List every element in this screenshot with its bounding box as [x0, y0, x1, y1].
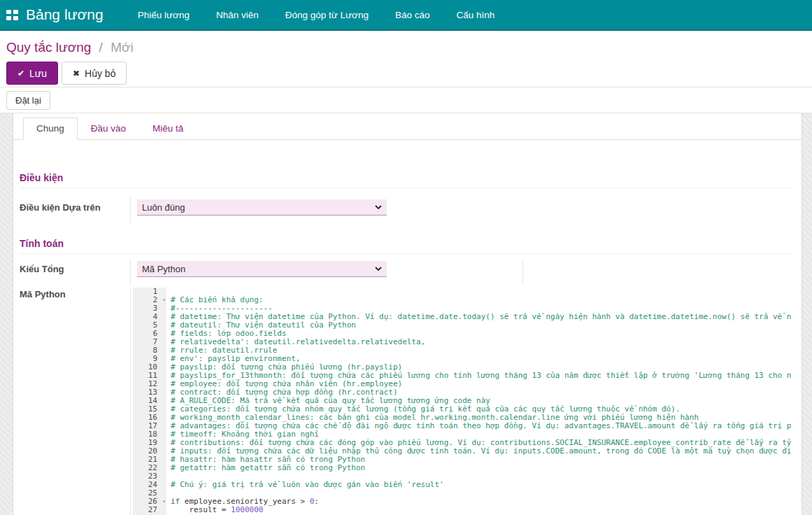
amount-type-select[interactable]: Mã Python: [137, 261, 387, 277]
breadcrumb: Quy tắc lương / Mới: [0, 31, 812, 55]
form-background: Chung Đầu vào Miêu tả Điều kiện Điều kiệ…: [0, 113, 812, 515]
code-line[interactable]: # getattr: hàm getattr sẵn có trong Pyth…: [171, 464, 791, 472]
close-icon: ✖: [73, 69, 80, 78]
chevron-down-icon: [375, 267, 382, 271]
editor-code[interactable]: # Các biến khả dụng:#-------------------…: [166, 288, 791, 515]
top-navbar: Bảng lương Phiếu lương Nhân viên Đóng gó…: [0, 0, 812, 31]
action-button-row: ✔ Lưu ✖ Hủy bỏ: [0, 55, 812, 85]
discard-button[interactable]: ✖ Hủy bỏ: [62, 62, 127, 85]
python-code-row: Mã Python 12▾345678910111213141516171819…: [20, 288, 791, 515]
notebook-tabs: Chung Đầu vào Miêu tả: [13, 113, 802, 140]
gutter-line-number: 3: [133, 304, 166, 313]
editor-gutter: 12▾3456789101112131415161718192021222324…: [133, 288, 166, 515]
amount-type-label: Kiểu Tổng: [20, 259, 130, 285]
nav-item-configuration[interactable]: Cấu hình: [443, 1, 508, 29]
breadcrumb-separator: /: [99, 40, 103, 55]
tab-general[interactable]: Chung: [23, 118, 78, 140]
nav-item-payslips[interactable]: Phiếu lương: [124, 1, 203, 29]
condition-based-on-label: Điều kiện Dựa trên: [20, 197, 130, 223]
reset-button[interactable]: Đặt lại: [6, 91, 50, 110]
fold-arrow-icon[interactable]: ▾: [162, 498, 166, 506]
empty-form-cell: [522, 259, 791, 285]
code-line[interactable]: # Chú ý: giá trị trả về luôn vào được gá…: [171, 481, 791, 489]
nav-item-reports[interactable]: Báo cáo: [382, 1, 443, 29]
gutter-line-number: 2▾: [133, 296, 166, 304]
condition-based-on-value: Luôn đúng: [142, 202, 185, 213]
amount-type-row: Kiểu Tổng Mã Python: [20, 259, 791, 285]
python-code-label: Mã Python: [20, 288, 130, 515]
gutter-line-number: 5: [133, 321, 166, 330]
breadcrumb-parent-link[interactable]: Quy tắc lương: [6, 40, 91, 55]
tab-inputs[interactable]: Đầu vào: [78, 118, 139, 140]
app-title[interactable]: Bảng lương: [26, 6, 104, 23]
discard-button-label: Hủy bỏ: [85, 68, 115, 79]
amount-type-value: Mã Python: [142, 264, 185, 274]
tab-description[interactable]: Miêu tả: [139, 118, 197, 140]
gutter-line-number: 7: [133, 338, 166, 346]
section-title-condition: Điều kiện: [20, 172, 791, 188]
code-line[interactable]: result = 1000000: [171, 506, 791, 514]
code-editor[interactable]: 12▾3456789101112131415161718192021222324…: [130, 288, 791, 515]
gutter-line-number: 1: [133, 288, 166, 296]
code-line[interactable]: if employee.seniority_years > 0:: [171, 498, 791, 506]
fold-arrow-icon[interactable]: ▾: [162, 296, 166, 304]
save-button[interactable]: ✔ Lưu: [6, 62, 58, 85]
breadcrumb-current: Mới: [111, 40, 134, 55]
form-sheet: Chung Đầu vào Miêu tả Điều kiện Điều kiệ…: [13, 113, 802, 515]
apps-grid-icon[interactable]: [6, 10, 18, 20]
gutter-line-number: 8: [133, 346, 166, 355]
condition-based-on-select[interactable]: Luôn đúng: [137, 199, 387, 216]
check-icon: ✔: [17, 69, 24, 78]
save-button-label: Lưu: [29, 68, 47, 79]
condition-based-on-row: Điều kiện Dựa trên Luôn đúng: [20, 197, 791, 223]
gutter-line-number: 6: [133, 330, 166, 338]
code-line[interactable]: [171, 288, 791, 296]
section-title-computation: Tính toán: [20, 238, 791, 254]
chevron-down-icon: [375, 205, 382, 209]
form-statusbar: Đặt lại: [0, 87, 812, 113]
nav-item-contributions[interactable]: Đóng góp từ Lương: [272, 1, 382, 29]
gutter-line-number: 4: [133, 313, 166, 321]
nav-item-employees[interactable]: Nhân viên: [203, 1, 272, 29]
